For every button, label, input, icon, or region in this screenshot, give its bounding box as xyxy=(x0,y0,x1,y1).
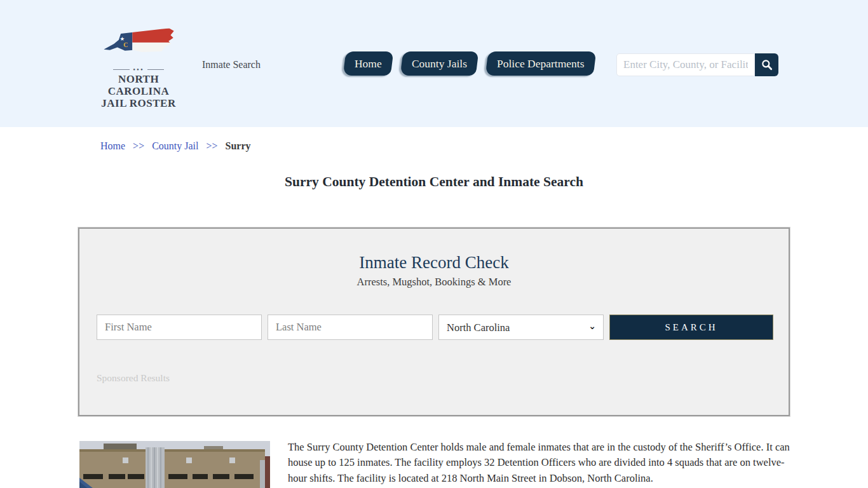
nav-tab-county-jails-label: County Jails xyxy=(412,57,467,71)
breadcrumb-current: Surry xyxy=(226,140,251,151)
record-check-subtitle: Arrests, Mugshot, Bookings & More xyxy=(79,276,789,288)
record-check-form: North Carolina ⌄ SEARCH xyxy=(97,315,774,340)
facility-photo xyxy=(79,441,270,488)
breadcrumb: Home >> County Jail >> Surry xyxy=(100,140,251,152)
nav-tab-police-departments[interactable]: Police Departments xyxy=(485,51,595,76)
breadcrumb-home-link[interactable]: Home xyxy=(100,140,125,151)
logo-text-line1: NORTH CAROLINA xyxy=(91,73,186,97)
header-search-button[interactable] xyxy=(755,53,778,76)
inmate-record-check-panel: Inmate Record Check Arrests, Mugshot, Bo… xyxy=(78,227,790,416)
record-check-title: Inmate Record Check xyxy=(79,253,789,273)
nc-state-flag-icon: ★ C xyxy=(101,23,176,64)
breadcrumb-county-jail-link[interactable]: County Jail xyxy=(152,140,198,151)
nav-tab-county-jails[interactable]: County Jails xyxy=(400,51,478,76)
page: ★ C ••• NORTH CAROLINA JAIL ROSTER Inmat… xyxy=(0,0,868,488)
site-tagline: Inmate Search xyxy=(202,59,261,71)
header: ★ C ••• NORTH CAROLINA JAIL ROSTER Inmat… xyxy=(0,0,868,127)
facility-description: The Surry County Detention Center holds … xyxy=(288,440,790,486)
state-select-wrapper: North Carolina ⌄ xyxy=(438,315,604,340)
record-search-button[interactable]: SEARCH xyxy=(609,315,773,340)
breadcrumb-separator: >> xyxy=(207,140,218,151)
detention-center-image xyxy=(79,441,270,488)
site-logo[interactable]: ★ C ••• NORTH CAROLINA JAIL ROSTER xyxy=(91,23,186,109)
svg-text:★: ★ xyxy=(119,36,125,42)
logo-text-line2: JAIL ROSTER xyxy=(91,97,186,109)
last-name-input[interactable] xyxy=(268,315,433,340)
nav-tab-home[interactable]: Home xyxy=(343,51,393,76)
nav-tab-home-label: Home xyxy=(355,57,382,71)
header-search-input[interactable] xyxy=(616,53,755,76)
state-select[interactable]: North Carolina xyxy=(438,315,604,340)
header-search xyxy=(616,53,778,76)
breadcrumb-separator: >> xyxy=(133,140,144,151)
sponsored-results-label: Sponsored Results xyxy=(97,372,170,384)
nav-tab-police-departments-label: Police Departments xyxy=(497,57,585,71)
svg-text:C: C xyxy=(123,41,128,48)
search-icon xyxy=(761,58,773,71)
main-nav: Home County Jails Police Departments xyxy=(344,51,594,76)
logo-divider: ••• xyxy=(91,67,186,71)
page-title: Surry County Detention Center and Inmate… xyxy=(0,174,868,190)
first-name-input[interactable] xyxy=(97,315,262,340)
